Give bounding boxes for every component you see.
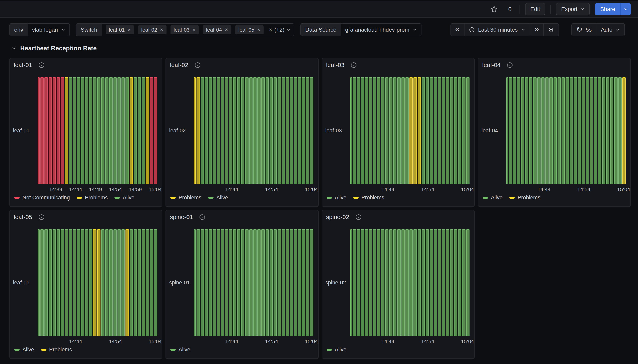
state-bar-alive[interactable]: [278, 230, 281, 336]
state-bar-alive[interactable]: [401, 230, 405, 336]
state-bar-alive[interactable]: [365, 78, 368, 184]
state-bar-alive[interactable]: [205, 78, 208, 184]
state-bar-alive[interactable]: [413, 230, 417, 336]
state-bar-alive[interactable]: [393, 78, 396, 184]
state-bar-not-communicating[interactable]: [49, 78, 52, 184]
state-bar-alive[interactable]: [454, 230, 457, 336]
switch-value-pill[interactable]: leaf-04×: [203, 25, 231, 34]
state-bar-alive[interactable]: [298, 78, 301, 184]
state-bar-alive[interactable]: [381, 230, 384, 336]
state-bar-alive[interactable]: [237, 78, 240, 184]
legend-item-alive[interactable]: Alive: [327, 346, 347, 353]
state-bar-alive[interactable]: [509, 78, 512, 184]
state-bar-problems[interactable]: [126, 230, 129, 336]
state-bar-alive[interactable]: [261, 230, 265, 336]
state-bar-alive[interactable]: [274, 230, 277, 336]
state-bar-alive[interactable]: [438, 230, 441, 336]
export-button[interactable]: Export: [556, 3, 590, 16]
state-bar-alive[interactable]: [545, 78, 548, 184]
state-bar-alive[interactable]: [594, 78, 597, 184]
state-bar-alive[interactable]: [69, 230, 72, 336]
time-range-button[interactable]: Last 30 minutes: [464, 24, 530, 36]
state-bar-alive[interactable]: [294, 230, 297, 336]
info-icon[interactable]: [38, 214, 45, 220]
state-bar-alive[interactable]: [213, 78, 216, 184]
state-bar-alive[interactable]: [290, 230, 293, 336]
time-shift-back-button[interactable]: «: [451, 24, 464, 36]
state-bar-alive[interactable]: [586, 78, 589, 184]
state-bar-problems[interactable]: [93, 230, 96, 336]
state-bar-alive[interactable]: [434, 78, 437, 184]
state-bar-alive[interactable]: [89, 78, 92, 184]
state-bar-alive[interactable]: [369, 230, 372, 336]
info-icon[interactable]: [355, 214, 362, 220]
state-bar-alive[interactable]: [397, 230, 400, 336]
state-bar-alive[interactable]: [350, 230, 352, 336]
switch-value-pill[interactable]: leaf-01×: [106, 25, 134, 34]
state-bar-alive[interactable]: [154, 230, 157, 336]
state-bar-alive[interactable]: [365, 230, 368, 336]
state-bar-alive[interactable]: [582, 78, 585, 184]
state-bar-alive[interactable]: [310, 78, 313, 184]
state-bar-alive[interactable]: [458, 230, 461, 336]
state-bar-problems[interactable]: [413, 78, 417, 184]
state-bar-alive[interactable]: [101, 78, 105, 184]
state-bar-alive[interactable]: [541, 78, 544, 184]
state-bar-alive[interactable]: [286, 230, 289, 336]
state-bar-alive[interactable]: [225, 230, 228, 336]
state-bar-alive[interactable]: [266, 230, 269, 336]
state-bar-alive[interactable]: [422, 230, 425, 336]
env-variable-select[interactable]: vlab-logan: [28, 24, 70, 36]
state-bar-alive[interactable]: [590, 78, 593, 184]
state-bar-problems[interactable]: [65, 78, 68, 184]
state-bar-alive[interactable]: [130, 230, 133, 336]
state-bar-alive[interactable]: [574, 78, 577, 184]
state-bar-alive[interactable]: [73, 78, 76, 184]
state-bar-alive[interactable]: [241, 78, 244, 184]
state-bar-alive[interactable]: [466, 230, 469, 336]
state-bar-alive[interactable]: [122, 230, 125, 336]
state-bar-alive[interactable]: [426, 78, 429, 184]
state-bar-alive[interactable]: [209, 230, 212, 336]
state-bar-alive[interactable]: [282, 230, 285, 336]
state-bar-alive[interactable]: [426, 230, 429, 336]
state-bar-alive[interactable]: [77, 230, 80, 336]
legend-item-alive[interactable]: Alive: [115, 194, 135, 201]
panel-title[interactable]: spine-02: [326, 214, 349, 220]
state-bar-alive[interactable]: [306, 78, 309, 184]
state-bar-alive[interactable]: [114, 78, 117, 184]
panel-title[interactable]: leaf-03: [326, 62, 345, 68]
state-bar-alive[interactable]: [506, 78, 508, 184]
state-bar-alive[interactable]: [606, 78, 609, 184]
state-bar-alive[interactable]: [197, 230, 200, 336]
state-bar-alive[interactable]: [598, 78, 601, 184]
legend-item-problems[interactable]: Problems: [509, 194, 540, 201]
state-bar-alive[interactable]: [109, 230, 113, 336]
state-bar-alive[interactable]: [557, 78, 561, 184]
state-bar-alive[interactable]: [405, 78, 409, 184]
state-bar-alive[interactable]: [253, 230, 257, 336]
legend-item-problems[interactable]: Problems: [170, 194, 201, 201]
state-bar-alive[interactable]: [49, 230, 52, 336]
info-icon[interactable]: [194, 62, 201, 68]
state-bar-alive[interactable]: [418, 230, 421, 336]
switch-variable-overflow[interactable]: × (+2): [267, 24, 294, 36]
state-bar-alive[interactable]: [430, 230, 433, 336]
state-bar-alive[interactable]: [458, 78, 461, 184]
state-bar-alive[interactable]: [134, 230, 137, 336]
state-bar-alive[interactable]: [85, 78, 88, 184]
state-bar-alive[interactable]: [446, 230, 449, 336]
legend-item-alive[interactable]: Alive: [14, 346, 34, 353]
state-bar-alive[interactable]: [357, 78, 360, 184]
state-bar-alive[interactable]: [302, 78, 305, 184]
state-bar-alive[interactable]: [610, 78, 613, 184]
state-bar-alive[interactable]: [442, 78, 445, 184]
state-bar-alive[interactable]: [150, 230, 153, 336]
info-icon[interactable]: [199, 214, 206, 220]
state-bar-alive[interactable]: [466, 78, 469, 184]
state-bar-alive[interactable]: [77, 78, 80, 184]
state-bar-not-communicating[interactable]: [154, 78, 157, 184]
switch-value-pill[interactable]: leaf-02×: [138, 25, 167, 34]
state-bar-alive[interactable]: [549, 78, 552, 184]
legend-item-alive[interactable]: Alive: [208, 194, 228, 201]
